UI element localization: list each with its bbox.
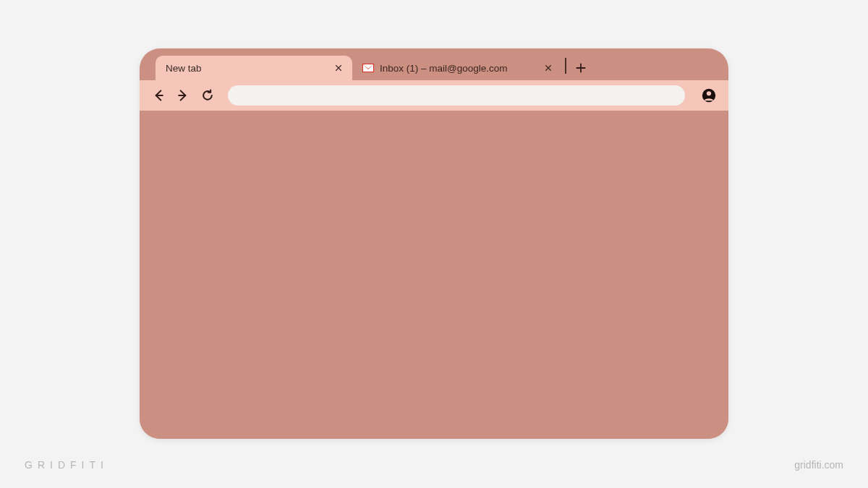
profile-button[interactable] <box>699 86 718 105</box>
close-icon[interactable] <box>542 61 555 74</box>
tab-inactive[interactable]: Inbox (1) – mail@google.com <box>352 56 562 80</box>
browser-window: New tab Inbox (1) – mail@google.com <box>140 48 728 439</box>
gmail-icon <box>362 64 374 72</box>
tab-strip: New tab Inbox (1) – mail@google.com <box>140 48 728 80</box>
toolbar <box>140 80 728 111</box>
tab-active[interactable]: New tab <box>156 56 352 80</box>
watermark-url: gridfiti.com <box>794 459 843 471</box>
reload-button[interactable] <box>199 87 216 104</box>
watermark-brand: GRIDFITI <box>25 459 109 471</box>
svg-point-1 <box>707 91 711 95</box>
new-tab-button[interactable] <box>571 58 591 78</box>
address-bar[interactable] <box>228 85 685 106</box>
back-button[interactable] <box>150 87 167 104</box>
forward-button[interactable] <box>174 87 192 104</box>
content-area <box>140 111 728 439</box>
tab-title: Inbox (1) – mail@google.com <box>380 63 536 74</box>
close-icon[interactable] <box>332 61 345 74</box>
tab-divider <box>565 58 566 74</box>
tab-title: New tab <box>166 63 332 74</box>
